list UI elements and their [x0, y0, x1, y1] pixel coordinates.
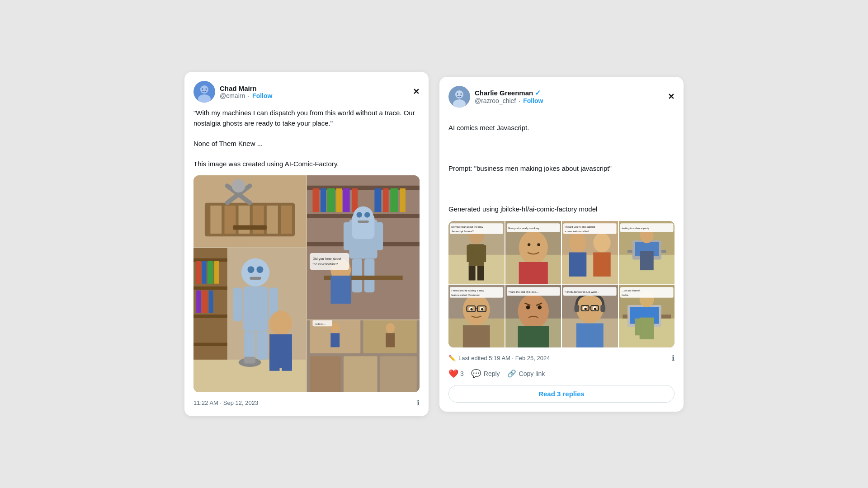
svg-point-37: [364, 212, 370, 217]
reply-button-2[interactable]: 💬 Reply: [471, 369, 500, 379]
svg-rect-58: [208, 261, 213, 284]
svg-point-65: [256, 266, 263, 273]
svg-rect-131: [640, 251, 653, 270]
svg-rect-23: [312, 188, 319, 212]
comic-panel-1-2: Did you hear about the new feature?: [307, 175, 420, 319]
close-icon-1[interactable]: ✕: [413, 88, 420, 96]
svg-text:ha ha: ha ha: [622, 293, 628, 296]
info-icon-1[interactable]: ℹ: [417, 399, 420, 407]
chain-icon-2: 🔗: [507, 369, 516, 378]
svg-text:Javascript feature?: Javascript feature?: [451, 230, 474, 232]
svg-point-63: [241, 258, 269, 286]
tweet-timestamp-1: 11:22 AM · Sep 12, 2023: [193, 399, 258, 406]
svg-rect-100: [480, 245, 486, 262]
tweet-header-2: Charlie Greenman ✓ @razroo_chief · Follo…: [448, 86, 675, 108]
user-meta-2: @razroo_chief · Follow: [475, 97, 543, 104]
read-replies-button-2[interactable]: Read 3 replies: [448, 385, 675, 403]
svg-text:I heard you're also adding: I heard you're also adding: [565, 225, 595, 228]
heart-icon-2: ❤️: [448, 369, 458, 379]
svg-point-91: [455, 90, 463, 99]
svg-rect-83: [380, 357, 417, 392]
svg-text:a new feature called...: a new feature called...: [565, 230, 591, 232]
tweet-card-2: Charlie Greenman ✓ @razroo_chief · Follo…: [439, 77, 684, 412]
svg-text:feature called 'Promises': feature called 'Promises': [451, 293, 480, 296]
comic-panel-2-5: I heard you're adding a new feature call…: [448, 285, 505, 347]
follow-button-2[interactable]: Follow: [523, 97, 543, 104]
svg-rect-53: [193, 286, 227, 290]
svg-point-15: [232, 179, 245, 192]
close-icon-2[interactable]: ✕: [668, 93, 675, 101]
comic-panel-2-7: "I think Javascript just went...: [562, 285, 618, 347]
svg-rect-55: [193, 343, 227, 346]
svg-rect-29: [374, 188, 381, 212]
svg-rect-31: [390, 188, 398, 212]
svg-point-93: [457, 93, 458, 94]
svg-rect-102: [477, 266, 484, 280]
svg-point-64: [248, 266, 255, 273]
svg-rect-164: [575, 305, 580, 311]
comic-panel-2-3: I heard you're also adding a new feature…: [562, 221, 618, 284]
avatar-1: [193, 81, 215, 103]
user-info-1: Chad Mairn @cmairn · Follow: [220, 84, 272, 99]
tweet-text-2-line3: Generated using jbilcke-hf/ai-comic-fact…: [448, 205, 597, 213]
svg-point-112: [537, 243, 540, 246]
svg-rect-119: [569, 252, 586, 276]
username-text-1: Chad Mairn: [220, 84, 257, 92]
follow-button-1[interactable]: Follow: [252, 92, 272, 99]
pencil-icon-2: ✏️: [448, 355, 456, 361]
svg-rect-61: [202, 290, 208, 313]
handle-1: @cmairn: [220, 92, 245, 99]
svg-point-120: [593, 233, 610, 252]
svg-rect-30: [383, 188, 388, 212]
svg-point-150: [518, 294, 548, 328]
svg-text:library: library: [239, 246, 253, 247]
svg-rect-11: [267, 206, 278, 234]
svg-text:the new feature?: the new feature?: [312, 263, 338, 267]
svg-rect-180: [635, 318, 641, 335]
svg-rect-38: [358, 221, 369, 223]
svg-text:...on our knees!: ...on our knees!: [622, 289, 640, 291]
svg-point-35: [353, 206, 373, 227]
info-icon-2[interactable]: ℹ: [672, 354, 675, 362]
svg-rect-46: [310, 253, 349, 270]
svg-rect-165: [600, 305, 605, 311]
svg-point-143: [481, 308, 483, 310]
tweet-actions-2: ❤️ 3 💬 Reply 🔗 Copy link: [448, 369, 675, 379]
copy-link-label-2: Copy link: [519, 370, 545, 377]
svg-rect-113: [519, 262, 547, 283]
svg-text:Now you're really smoking...: Now you're really smoking...: [508, 227, 542, 230]
tweet-text-2-line2: Prompt: "business men making jokes about…: [448, 164, 612, 172]
svg-rect-54: [193, 314, 227, 318]
svg-text:Do you hear about the new: Do you hear about the new: [451, 225, 483, 228]
svg-rect-99: [467, 245, 472, 262]
svg-rect-32: [400, 188, 405, 212]
svg-rect-27: [343, 188, 350, 212]
user-meta-1: @cmairn · Follow: [220, 92, 272, 99]
svg-rect-39: [344, 222, 350, 250]
dot-1: ·: [248, 92, 250, 99]
svg-rect-60: [196, 290, 201, 313]
comic-panels-1: library: [193, 175, 420, 392]
like-count-2: ❤️ 3: [448, 369, 464, 379]
reply-icon-2: 💬: [471, 369, 481, 379]
svg-text:testing in a dance party: testing in a dance party: [622, 227, 649, 230]
display-name-2: Charlie Greenman ✓: [475, 89, 543, 97]
svg-point-142: [470, 308, 472, 310]
svg-point-3: [202, 89, 203, 90]
copy-link-button-2[interactable]: 🔗 Copy link: [507, 369, 545, 378]
svg-point-168: [584, 307, 586, 310]
svg-text:I heard you're adding a new: I heard you're adding a new: [451, 289, 484, 291]
svg-rect-155: [518, 326, 548, 347]
svg-rect-67: [243, 286, 268, 332]
svg-rect-26: [336, 188, 342, 212]
svg-rect-12: [281, 206, 292, 234]
tweet-card-1: Chad Mairn @cmairn · Follow ✕ "With my m…: [184, 72, 429, 416]
comic-panel-1-1: library: [193, 175, 306, 247]
svg-point-160: [576, 294, 604, 323]
tweet-text-2-line1: AI comics meet Javascript.: [448, 124, 529, 131]
svg-point-74: [269, 310, 292, 335]
dot-2: ·: [519, 97, 520, 104]
svg-rect-7: [210, 206, 222, 234]
svg-rect-170: [576, 323, 604, 347]
tweet-image-2: Do you hear about the new Javascript fea…: [448, 221, 675, 347]
